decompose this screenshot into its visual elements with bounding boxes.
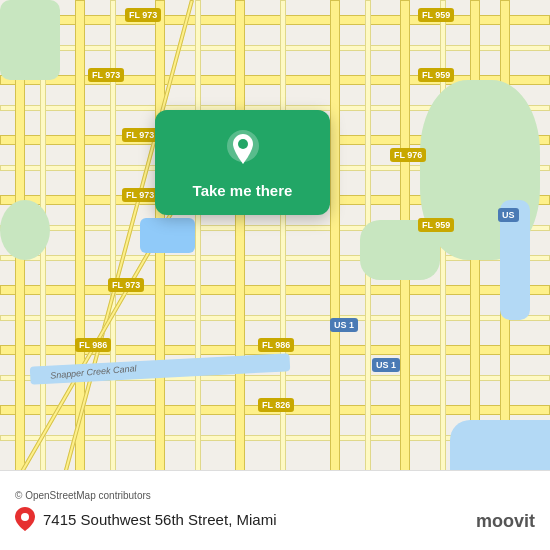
road-label-us-shield: US [498,208,519,222]
road-v-5 [330,0,340,550]
moovit-logo-text: moovit [476,511,535,532]
road-v-minor-4 [280,0,286,550]
map-background: FL 973 FL 973 FL 973 FL 973 FL 973 FL 95… [0,0,550,550]
road-label-fl973-1: FL 973 [125,8,161,22]
road-label-fl959-3: FL 959 [418,218,454,232]
road-label-fl973-3: FL 973 [122,128,158,142]
park-area-2 [0,0,60,80]
road-label-fl959-2: FL 959 [418,68,454,82]
park-area-3 [0,200,50,260]
map-container: FL 973 FL 973 FL 973 FL 973 FL 973 FL 95… [0,0,550,550]
lake [140,218,195,253]
popup-card[interactable]: Take me there [155,110,330,215]
road-label-fl973-5: FL 973 [108,278,144,292]
road-v-4 [235,0,245,550]
location-pin-icon [221,128,265,172]
moovit-pin-icon [15,507,35,531]
moovit-logo: moovit [476,511,535,532]
road-v-2 [75,0,85,550]
road-label-fl976: FL 976 [390,148,426,162]
info-bar: © OpenStreetMap contributors 7415 Southw… [0,470,550,550]
road-v-minor-1 [40,0,46,550]
road-label-fl986-1: FL 986 [75,338,111,352]
road-label-fl959-1: FL 959 [418,8,454,22]
road-label-fl986-2: FL 986 [258,338,294,352]
road-v-minor-3 [195,0,201,550]
road-label-us1-1: US 1 [330,318,358,332]
road-label-fl826: FL 826 [258,398,294,412]
road-v-3 [155,0,165,550]
svg-point-2 [21,513,29,521]
location-row: 7415 Southwest 56th Street, Miami [15,507,535,531]
road-label-fl973-4: FL 973 [122,188,158,202]
take-me-there-label: Take me there [193,182,293,199]
map-attribution: © OpenStreetMap contributors [15,490,535,501]
svg-point-1 [238,139,248,149]
road-label-us1-2: US 1 [372,358,400,372]
location-address: 7415 Southwest 56th Street, Miami [43,511,276,528]
road-v-minor-6 [440,0,446,550]
road-label-fl973-2: FL 973 [88,68,124,82]
